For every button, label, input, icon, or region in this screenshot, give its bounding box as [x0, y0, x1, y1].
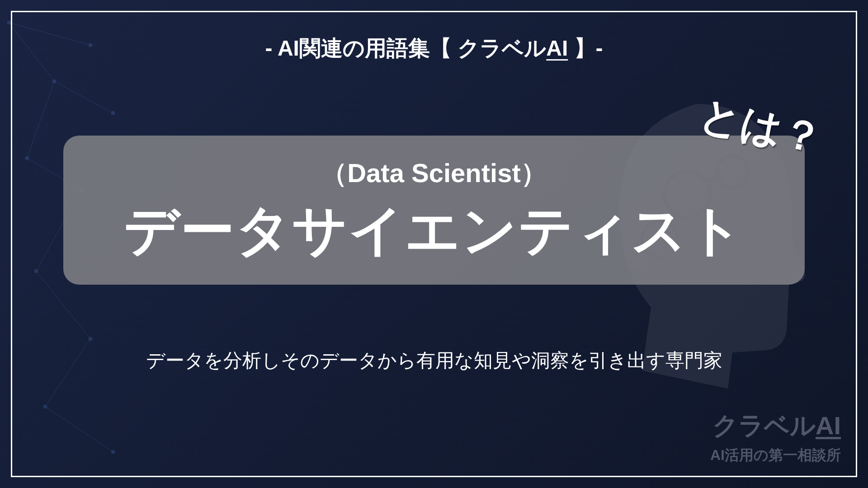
term-japanese: データサイエンティスト [90, 200, 778, 260]
term-english: （Data Scientist） [90, 156, 778, 191]
header-title: - AI関連の用語集【 クラベルAI 】- [0, 34, 868, 63]
term-description: データを分析しそのデータから有用な知見や洞察を引き出す専門家 [0, 348, 868, 373]
header-suffix: 】- [568, 36, 603, 60]
brand-tagline: AI活用の第一相談所 [710, 446, 841, 465]
svg-point-9 [7, 21, 11, 24]
term-card: （Data Scientist） データサイエンティスト [63, 136, 805, 285]
brand-footer: クラベルAI AI活用の第一相談所 [710, 409, 841, 465]
header-prefix: - AI関連の用語集【 クラベル [265, 36, 546, 60]
header-ai-text: AI [546, 36, 568, 60]
brand-name: クラベルAI [710, 409, 841, 443]
